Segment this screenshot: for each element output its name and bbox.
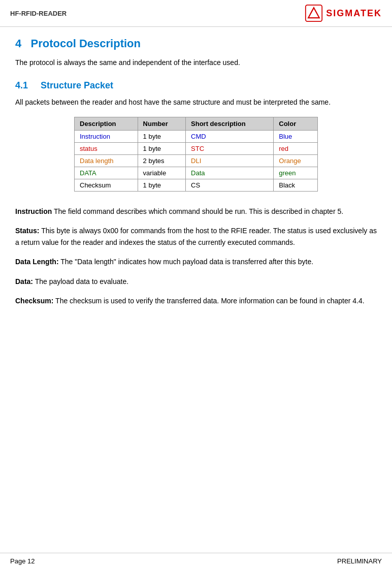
cell-short-description: Data bbox=[186, 167, 274, 179]
description-term: Instruction bbox=[15, 207, 52, 215]
cell-short-description: STC bbox=[186, 143, 274, 155]
description-block: Data: The payload data to evaluate. bbox=[15, 276, 377, 287]
col-number: Number bbox=[138, 117, 185, 131]
subsection-desc: All packets between the reader and host … bbox=[15, 97, 377, 108]
table-row: DATAvariableDatagreen bbox=[75, 167, 318, 179]
description-block: Instruction The field command describes … bbox=[15, 206, 377, 217]
logo-icon bbox=[305, 4, 323, 22]
description-term: Data: bbox=[15, 277, 33, 286]
cell-description: Checksum bbox=[75, 179, 138, 192]
table-header-row: Description Number Short description Col… bbox=[75, 117, 318, 131]
description-block: Checksum: The checksum is used to verify… bbox=[15, 295, 377, 306]
header: HF-RFID-READER SIGMATEK bbox=[0, 0, 392, 27]
structure-table: Description Number Short description Col… bbox=[74, 117, 318, 192]
table-row: status1 byteSTCred bbox=[75, 143, 318, 155]
cell-number: 1 byte bbox=[138, 131, 185, 143]
footer: Page 12 PRELIMINARY bbox=[0, 553, 392, 569]
cell-description: status bbox=[75, 143, 138, 155]
cell-number: 1 byte bbox=[138, 143, 185, 155]
col-short-description: Short description bbox=[186, 117, 274, 131]
cell-color: Orange bbox=[274, 155, 318, 167]
cell-color: green bbox=[274, 167, 318, 179]
table-row: Instruction1 byteCMDBlue bbox=[75, 131, 318, 143]
description-block: Data Length: The "Data length" indicates… bbox=[15, 256, 377, 267]
footer-status: PRELIMINARY bbox=[337, 557, 382, 565]
col-description: Description bbox=[75, 117, 138, 131]
cell-short-description: CMD bbox=[186, 131, 274, 143]
svg-marker-1 bbox=[309, 8, 320, 18]
cell-color: red bbox=[274, 143, 318, 155]
cell-description: Instruction bbox=[75, 131, 138, 143]
logo-text: SIGMATEK bbox=[326, 8, 382, 19]
header-title: HF-RFID-READER bbox=[10, 10, 67, 17]
cell-number: 2 bytes bbox=[138, 155, 185, 167]
section-number: 4 bbox=[15, 37, 21, 50]
table-row: Checksum1 byteCSBlack bbox=[75, 179, 318, 192]
cell-short-description: DLI bbox=[186, 155, 274, 167]
section-title-text: Protocol Description bbox=[31, 37, 141, 50]
section-heading: 4 Protocol Description bbox=[15, 37, 377, 50]
cell-description: Data length bbox=[75, 155, 138, 167]
intro-text: The protocol is always the same and inde… bbox=[15, 57, 377, 68]
cell-short-description: CS bbox=[186, 179, 274, 192]
subsection-number: 4.1 bbox=[15, 80, 28, 90]
cell-color: Blue bbox=[274, 131, 318, 143]
col-color: Color bbox=[274, 117, 318, 131]
cell-number: 1 byte bbox=[138, 179, 185, 192]
content: 4 Protocol Description The protocol is a… bbox=[0, 27, 392, 325]
description-block: Status: This byte is always 0x00 for com… bbox=[15, 225, 377, 248]
subsection-title-text: Structure Packet bbox=[41, 80, 113, 90]
cell-color: Black bbox=[274, 179, 318, 192]
description-term: Status: bbox=[15, 227, 39, 235]
subsection-heading: 4.1 Structure Packet bbox=[15, 80, 377, 91]
logo: SIGMATEK bbox=[305, 4, 382, 22]
table-row: Data length2 bytesDLIOrange bbox=[75, 155, 318, 167]
cell-number: variable bbox=[138, 167, 185, 179]
footer-page: Page 12 bbox=[10, 557, 35, 565]
cell-description: DATA bbox=[75, 167, 138, 179]
description-term: Data Length: bbox=[15, 258, 59, 266]
description-term: Checksum: bbox=[15, 297, 53, 305]
